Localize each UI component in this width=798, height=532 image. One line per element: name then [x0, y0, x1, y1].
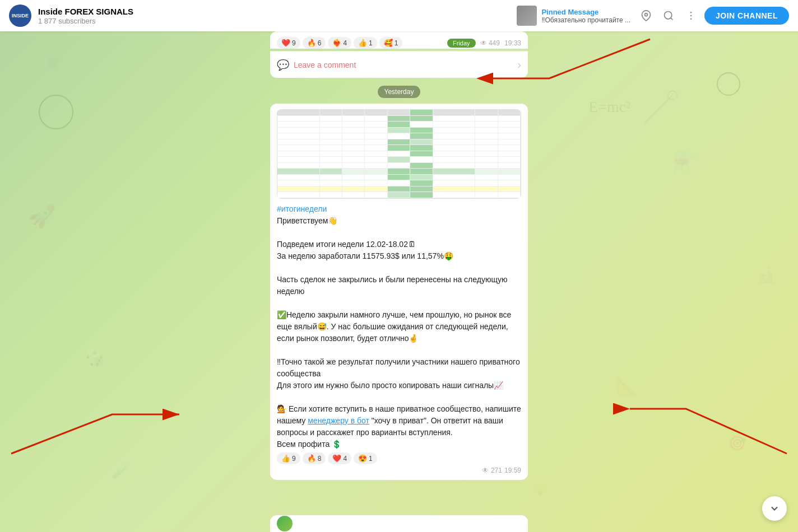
message-meta-top: Friday 👁 449 19:33	[447, 39, 521, 48]
scroll-to-bottom-button[interactable]	[762, 496, 787, 521]
header-icons	[637, 7, 700, 25]
channel-name: Inside FOREX SIGNALS	[38, 7, 517, 17]
first-message-wrapper: ❤️9 🔥6 ❤️‍🔥4 👍1 🥰1 Friday 👁 449 19:33	[270, 31, 528, 80]
second-message-time: 19:59	[504, 466, 521, 474]
svg-line-17	[671, 18, 673, 20]
header: INSIDE Inside FOREX SIGNALS 1 877 subscr…	[0, 0, 798, 31]
pinned-thumbnail	[517, 6, 537, 26]
comment-bar[interactable]: 💬 Leave a comment ›	[270, 51, 528, 78]
first-message-reactions: ❤️9 🔥6 ❤️‍🔥4 👍1 🥰1 Friday 👁 449 19:33	[277, 37, 521, 49]
second-message-views: 271	[491, 466, 502, 474]
red-arrow-bottom-left	[0, 381, 224, 465]
spreadsheet-table	[277, 109, 521, 199]
comment-bubble-icon: 💬	[277, 59, 289, 71]
red-arrow-bottom-right	[518, 364, 798, 476]
hashtag: #итогинедели	[277, 204, 327, 213]
first-message-bubble: ❤️9 🔥6 ❤️‍🔥4 👍1 🥰1 Friday 👁 449 19:33	[270, 31, 528, 49]
svg-point-16	[664, 12, 671, 19]
yesterday-badge: Yesterday	[270, 86, 528, 98]
channel-info: Inside FOREX SIGNALS 1 877 subscribers	[38, 7, 517, 25]
pin-icon-button[interactable]	[637, 7, 655, 25]
svg-point-15	[644, 13, 647, 16]
svg-point-19	[690, 15, 692, 17]
reaction2-fire[interactable]: 🔥8	[303, 452, 326, 464]
comment-left: 💬 Leave a comment	[277, 59, 356, 71]
pinned-preview: ‼️Обязательно прочитайте ...	[541, 16, 630, 24]
comment-arrow-icon: ›	[517, 58, 521, 71]
leave-comment-label: Leave a comment	[294, 60, 356, 69]
bottom-avatar	[277, 516, 293, 531]
second-message-meta: 👁 271 19:59	[277, 466, 521, 474]
reaction-heart-fire[interactable]: ❤️‍🔥4	[328, 37, 351, 49]
spreadsheet-image	[277, 109, 521, 199]
first-message-time: 19:33	[504, 39, 521, 47]
svg-point-18	[690, 12, 692, 13]
reaction2-heart[interactable]: ❤️4	[328, 452, 351, 464]
join-channel-button[interactable]: JOIN CHANNEL	[704, 7, 789, 25]
subscriber-count: 1 877 subscribers	[38, 17, 517, 25]
reaction-heart[interactable]: ❤️9	[277, 37, 300, 49]
chat-area: ❤️9 🔥6 ❤️‍🔥4 👍1 🥰1 Friday 👁 449 19:33	[0, 31, 798, 532]
reaction-fire[interactable]: 🔥6	[303, 37, 326, 49]
manager-link[interactable]: менеджеру в бот	[308, 416, 369, 425]
reaction2-thumbsup[interactable]: 👍9	[277, 452, 300, 464]
channel-avatar: INSIDE	[9, 4, 31, 27]
pinned-message-area[interactable]: Pinned Message ‼️Обязательно прочитайте …	[517, 6, 630, 26]
first-message-views: 👁 449	[480, 39, 500, 47]
reaction-thumbsup[interactable]: 👍1	[354, 37, 377, 49]
comment-row: 💬 Leave a comment ›	[277, 57, 521, 72]
messages-container: ❤️9 🔥6 ❤️‍🔥4 👍1 🥰1 Friday 👁 449 19:33	[270, 31, 528, 482]
friday-badge: Friday	[447, 39, 476, 48]
bottom-partial-message	[270, 515, 528, 532]
more-options-button[interactable]	[682, 7, 700, 25]
eye-icon: 👁	[482, 466, 489, 474]
reaction-smiling[interactable]: 🥰1	[379, 37, 403, 49]
svg-point-20	[690, 18, 692, 20]
reaction2-love-eyes[interactable]: 😍1	[354, 452, 377, 464]
second-message-bubble: #итогинедели Приветствуем👋 Подведем итог…	[270, 104, 528, 480]
second-message-text: #итогинедели Приветствуем👋 Подведем итог…	[277, 203, 521, 450]
pinned-text: Pinned Message ‼️Обязательно прочитайте …	[541, 8, 630, 24]
second-message-reactions: 👍9 🔥8 ❤️4 😍1	[277, 452, 521, 464]
search-button[interactable]	[660, 7, 678, 25]
pinned-label: Pinned Message	[541, 8, 630, 16]
